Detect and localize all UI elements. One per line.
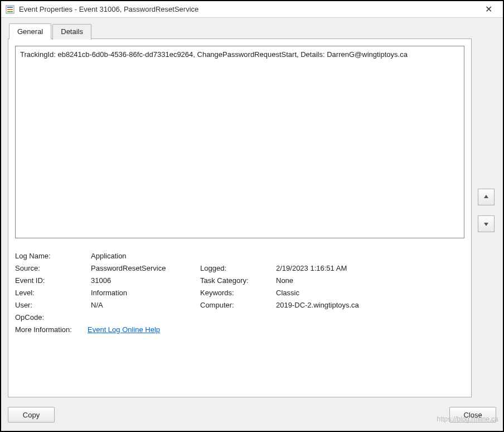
window-title: Event Properties - Event 31006, Password… [19,5,477,13]
label-computer: Computer: [200,301,273,309]
tab-strip: General Details [8,23,472,39]
label-task-category: Task Category: [200,276,273,285]
tab-general[interactable]: General [9,23,51,39]
arrow-up-icon [483,194,490,200]
nav-down-button[interactable] [478,215,495,232]
close-icon: ✕ [485,4,492,15]
tab-container: General Details TrackingId: eb8241cb-6d0… [8,23,472,397]
label-user: User: [15,301,88,309]
value-keywords: Classic [276,289,464,297]
label-source: Source: [15,264,88,272]
window-close-button[interactable]: ✕ [477,2,500,17]
svg-marker-5 [484,223,488,226]
label-level: Level: [15,289,88,297]
value-event-id: 31006 [91,276,197,285]
app-icon [6,5,14,14]
value-user: N/A [91,301,197,309]
value-task-category: None [276,276,464,285]
value-source: PasswordResetService [91,264,197,272]
arrow-down-icon [483,220,490,227]
row-more-info: More Information: Event Log Online Help [15,325,464,334]
tab-details[interactable]: Details [52,24,91,40]
label-logged: Logged: [200,264,273,272]
label-keywords: Keywords: [200,289,273,297]
nav-up-button[interactable] [478,189,495,205]
label-more-info: More Information: [15,325,88,334]
value-log-name: Application [91,252,464,260]
value-computer: 2019-DC-2.wingtiptoys.ca [276,301,464,309]
value-logged: 2/19/2023 1:16:51 AM [276,264,464,272]
svg-rect-2 [7,9,13,10]
details-grid: Log Name: Application Source: PasswordRe… [15,252,464,334]
svg-marker-4 [484,195,488,198]
label-opcode: OpCode: [15,313,88,321]
svg-rect-3 [7,11,13,12]
client-area: General Details TrackingId: eb8241cb-6d0… [1,18,503,431]
titlebar: Event Properties - Event 31006, Password… [1,1,503,18]
link-online-help[interactable]: Event Log Online Help [88,325,160,334]
tab-panel-general: TrackingId: eb8241cb-6d0b-4536-86fc-dd73… [8,39,472,397]
label-event-id: Event ID: [15,276,88,285]
copy-button[interactable]: Copy [8,407,55,423]
window-frame: Event Properties - Event 31006, Password… [0,0,504,432]
nav-arrows [476,23,496,397]
value-level: Information [91,289,197,297]
svg-rect-1 [7,7,13,8]
close-button[interactable]: Close [449,407,496,423]
event-description[interactable]: TrackingId: eb8241cb-6d0b-4536-86fc-dd73… [15,46,464,238]
main-row: General Details TrackingId: eb8241cb-6d0… [8,23,496,397]
footer: Copy Close [8,397,496,424]
label-log-name: Log Name: [15,252,88,260]
